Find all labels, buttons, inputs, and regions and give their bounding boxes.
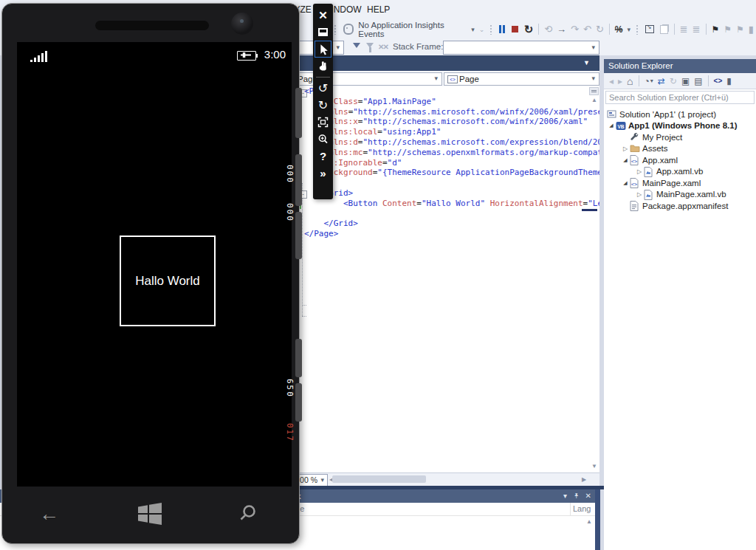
- pan-tool-button[interactable]: [315, 58, 331, 75]
- solution-explorer-toolbar: ◂ ▸ ⌂ ◔ ▾ ⇄ ↻ ▣ ▤ <> ▮: [604, 73, 756, 89]
- back-button[interactable]: ←: [39, 503, 59, 524]
- view-code-icon[interactable]: <>: [714, 77, 723, 85]
- hex-caret-icon[interactable]: ▾: [627, 26, 630, 33]
- camera-button[interactable]: [295, 339, 302, 377]
- volume-up-button[interactable]: [295, 88, 302, 138]
- outline-guide: [302, 183, 303, 316]
- toolbar-partial-icon[interactable]: ▮: [749, 22, 754, 37]
- column-header-language[interactable]: Language: [573, 504, 591, 513]
- collapsed-arrow-icon[interactable]: ▷: [635, 191, 644, 198]
- step-out-icon[interactable]: ↻: [596, 22, 604, 37]
- close-button[interactable]: ✕: [315, 7, 331, 24]
- application-insights-icon[interactable]: [343, 24, 354, 35]
- scroll-up-icon[interactable]: ▲: [591, 97, 597, 103]
- show-next-statement-icon[interactable]: →: [557, 22, 566, 37]
- tree-item[interactable]: Solution 'App1' (1 project): [604, 109, 756, 120]
- windows-start-button[interactable]: [137, 503, 162, 528]
- forward-icon[interactable]: ▸: [618, 76, 622, 86]
- collapsed-arrow-icon[interactable]: ▷: [635, 168, 644, 175]
- volume-down-button[interactable]: [295, 154, 302, 206]
- expanded-arrow-icon[interactable]: ◢: [607, 123, 616, 128]
- expanded-arrow-icon[interactable]: ◢: [621, 180, 630, 186]
- camera-button-lower[interactable]: [295, 383, 302, 422]
- step-into-icon[interactable]: ↶: [583, 22, 591, 37]
- bookmark-icon[interactable]: ⚑: [712, 22, 720, 37]
- rotate-right-button[interactable]: ↻: [315, 97, 331, 114]
- insights-caret-icon[interactable]: ▾: [471, 26, 475, 33]
- bookmark-next-icon[interactable]: ⚑: [736, 22, 744, 37]
- scroll-up-icon[interactable]: ▲: [586, 518, 592, 525]
- rotate-left-button[interactable]: ↺: [315, 80, 331, 97]
- toolbar-drag-handle[interactable]: [334, 24, 337, 35]
- scroll-right-icon[interactable]: ▶: [582, 476, 586, 483]
- zoom-button[interactable]: [315, 131, 331, 148]
- expanded-arrow-icon[interactable]: ◢: [621, 157, 630, 163]
- step-over-icon[interactable]: ↷: [571, 22, 579, 37]
- close-icon[interactable]: ✕: [585, 492, 591, 500]
- menu-item-help[interactable]: HELP: [367, 4, 390, 15]
- tree-item[interactable]: ◢VBApp1 (Windows Phone 8.1): [604, 120, 756, 132]
- search-input[interactable]: Search Solution Explorer (Ctrl+ü): [605, 91, 755, 104]
- stack-frame-combobox[interactable]: ▾: [443, 41, 599, 55]
- stack-frame-label: Stack Frame:: [393, 42, 443, 51]
- tree-item[interactable]: ◢<>App.xaml: [604, 154, 756, 166]
- tree-item[interactable]: ▷Assets: [604, 143, 756, 155]
- suspend-threads-icon[interactable]: ✕✕: [378, 43, 388, 51]
- frame-counter: 650: [285, 379, 295, 398]
- thread-flag-filter-icon[interactable]: [366, 43, 374, 48]
- cursor-tool-button[interactable]: [315, 41, 331, 58]
- refresh-icon[interactable]: ↻: [670, 76, 677, 86]
- home-icon[interactable]: ⌂: [627, 75, 633, 87]
- toolbar-drag-handle[interactable]: [489, 24, 493, 35]
- document-list-caret-icon[interactable]: ▼: [583, 59, 590, 66]
- sync-with-active-document-icon[interactable]: ⇄: [658, 76, 665, 86]
- collapse-all-icon[interactable]: ▣: [681, 76, 690, 86]
- hallo-world-button[interactable]: Hallo World: [120, 236, 216, 326]
- code-lines[interactable]: <Page x:Class="App1.MainPage" xmlns="htt…: [304, 86, 599, 239]
- help-button[interactable]: ?: [315, 148, 331, 165]
- step-back-icon[interactable]: ⟲: [544, 22, 552, 37]
- solution-explorer-title-bar[interactable]: Solution Explorer: [604, 59, 756, 73]
- fit-to-screen-button[interactable]: [315, 114, 331, 131]
- back-icon[interactable]: ◂: [609, 76, 614, 86]
- column-divider: [570, 503, 571, 515]
- separator: [639, 75, 639, 86]
- tree-item[interactable]: Package.appxmanifest: [604, 200, 756, 212]
- search-button[interactable]: [238, 503, 258, 526]
- chevron-down-icon: ▾: [320, 476, 324, 484]
- window-position-icon[interactable]: ▾: [563, 492, 567, 500]
- application-insights-dropdown[interactable]: No Application Insights Events: [358, 21, 467, 38]
- chevron-down-icon[interactable]: ▾: [650, 78, 653, 84]
- editor-splitter-handle[interactable]: [589, 87, 599, 95]
- pin-icon[interactable]: 🖈: [573, 492, 580, 500]
- minimize-button[interactable]: [315, 24, 331, 41]
- outdent-icon[interactable]: ≣: [693, 22, 701, 37]
- stop-debug-button[interactable]: [512, 26, 518, 32]
- member-dropdown[interactable]: <> Page ▾: [444, 72, 599, 86]
- pending-changes-filter-icon[interactable]: ◔: [645, 76, 650, 86]
- restart-button[interactable]: ↻: [524, 22, 534, 37]
- toolbar-drag-handle[interactable]: [636, 24, 639, 35]
- copy-icon[interactable]: [660, 25, 668, 34]
- scroll-down-icon[interactable]: ▼: [591, 463, 597, 470]
- toolbar-overflow-icon[interactable]: ⌄: [479, 22, 485, 37]
- horizontal-scrollbar-thumb[interactable]: [332, 475, 426, 483]
- thread-filter-icon[interactable]: [353, 43, 360, 48]
- indent-icon[interactable]: ≣: [680, 22, 688, 37]
- toolbar-partial-icon[interactable]: ▮: [726, 76, 732, 86]
- tree-item[interactable]: My Project: [604, 131, 756, 143]
- hex-display-icon[interactable]: %: [615, 24, 623, 35]
- tree-item[interactable]: ◢<>MainPage.xaml: [604, 177, 756, 189]
- phone-screen[interactable]: 3:00 Hallo World 000 000 650 017: [17, 42, 292, 487]
- pause-button[interactable]: [499, 25, 505, 33]
- bookmark-prev-icon[interactable]: ⚑: [724, 22, 732, 37]
- power-button[interactable]: [295, 212, 302, 259]
- tree-item[interactable]: ▷MainPage.xaml.vb: [604, 189, 756, 201]
- properties-icon[interactable]: ▤: [694, 76, 702, 86]
- collapsed-arrow-icon[interactable]: ▷: [621, 145, 630, 152]
- navigate-to-icon[interactable]: [645, 25, 655, 33]
- xaml-code-editor[interactable]: - - <Page x:Class="App1.MainPage" xmlns=…: [298, 86, 599, 472]
- expand-toolbar-button[interactable]: »: [315, 165, 331, 182]
- phone-emulator-window[interactable]: 3:00 Hallo World 000 000 650 017 ←: [1, 3, 300, 544]
- tree-item[interactable]: ▷App.xaml.vb: [604, 166, 756, 178]
